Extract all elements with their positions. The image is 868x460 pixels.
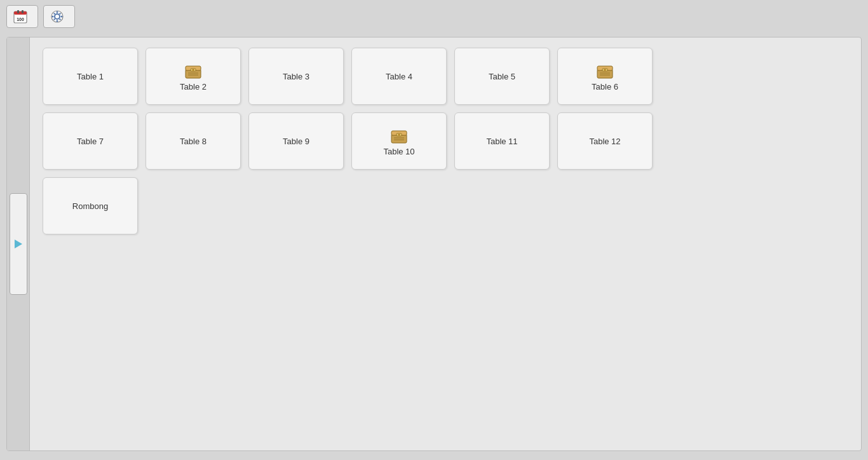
calendar-icon: 100: [13, 10, 27, 24]
table-label-table-3: Table 3: [283, 72, 309, 81]
svg-point-12: [59, 18, 60, 20]
table-label-table-12: Table 12: [589, 137, 620, 146]
tables-grid: Table 1 Table 2Table 3Table 4Table 5 Tab…: [43, 48, 848, 234]
side-panel: [7, 37, 30, 450]
svg-text:100: 100: [17, 17, 24, 22]
tables-area: Table 1 Table 2Table 3Table 4Table 5 Tab…: [30, 37, 861, 450]
svg-point-11: [53, 13, 55, 14]
svg-point-31: [398, 133, 400, 135]
occupied-icon: [389, 126, 409, 144]
table-label-table-10: Table 10: [383, 147, 414, 156]
table-label-table-5: Table 5: [489, 72, 515, 81]
svg-point-14: [59, 13, 60, 14]
svg-rect-3: [22, 10, 24, 13]
gear-icon: [50, 10, 64, 24]
svg-point-8: [57, 20, 58, 22]
occupied-icon: [183, 62, 203, 79]
table-label-table-2: Table 2: [180, 82, 207, 91]
table-label-table-4: Table 4: [386, 72, 412, 81]
table-card-table-6[interactable]: Table 6: [557, 48, 653, 105]
svg-marker-15: [15, 240, 22, 248]
svg-point-9: [52, 16, 54, 18]
rombong-card[interactable]: Rombong: [43, 177, 138, 234]
svg-point-25: [604, 69, 606, 71]
main-area: Table 1 Table 2Table 3Table 4Table 5 Tab…: [6, 37, 862, 451]
arrow-right-icon: [12, 238, 25, 250]
table-label-table-9: Table 9: [283, 137, 309, 146]
svg-point-7: [57, 11, 58, 13]
toolbar: 100: [0, 0, 868, 33]
svg-rect-2: [17, 10, 19, 13]
scroll-button[interactable]: [10, 193, 27, 295]
table-card-table-11[interactable]: Table 11: [454, 112, 550, 170]
table-card-table-12[interactable]: Table 12: [557, 112, 653, 170]
table-card-table-1[interactable]: Table 1: [43, 48, 138, 105]
table-card-table-4[interactable]: Table 4: [351, 48, 447, 105]
rombong-label: Rombong: [72, 201, 108, 211]
occupied-icon: [595, 62, 615, 79]
table-label-table-8: Table 8: [180, 137, 207, 146]
table-card-table-7[interactable]: Table 7: [43, 112, 138, 170]
table-label-table-6: Table 6: [592, 82, 618, 91]
table-card-table-10[interactable]: Table 10: [351, 112, 447, 170]
svg-point-19: [193, 69, 194, 71]
table-card-table-9[interactable]: Table 9: [248, 112, 344, 170]
svg-point-13: [53, 18, 55, 20]
settings-button[interactable]: [43, 5, 75, 28]
svg-rect-1: [14, 11, 27, 15]
table-label-table-1: Table 1: [77, 72, 104, 81]
table-card-table-3[interactable]: Table 3: [248, 48, 344, 105]
table-card-table-5[interactable]: Table 5: [454, 48, 550, 105]
svg-point-10: [61, 16, 63, 18]
reservation-button[interactable]: 100: [6, 5, 38, 28]
table-label-table-7: Table 7: [77, 137, 104, 146]
table-card-table-2[interactable]: Table 2: [146, 48, 241, 105]
table-label-table-11: Table 11: [486, 137, 517, 146]
table-card-table-8[interactable]: Table 8: [146, 112, 241, 170]
